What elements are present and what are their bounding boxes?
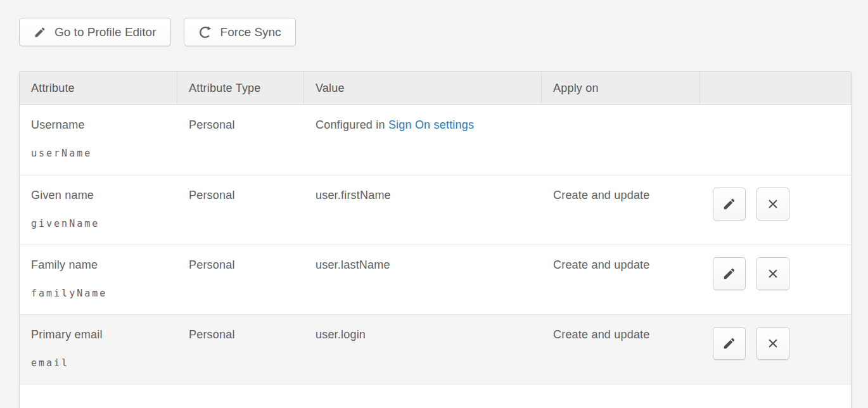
attribute-cell: Given name givenName	[20, 175, 177, 245]
toolbar: Go to Profile Editor Force Sync	[0, 0, 868, 46]
edit-attribute-button[interactable]	[713, 327, 746, 360]
attribute-name: email	[31, 357, 166, 369]
apply-on-cell	[542, 105, 700, 175]
go-to-profile-editor-button[interactable]: Go to Profile Editor	[19, 18, 171, 46]
apply-on-cell: Create and update	[542, 245, 700, 314]
value-text: user.login	[316, 328, 366, 341]
sign-on-settings-link[interactable]: Sign On settings	[388, 118, 474, 131]
attribute-name: givenName	[31, 218, 166, 229]
value-text: Configured in	[316, 118, 388, 131]
column-header-actions	[700, 72, 851, 105]
column-header-apply-on: Apply on	[542, 72, 700, 105]
close-icon	[766, 197, 780, 211]
attribute-mappings-table: Attribute Attribute Type Value Apply on …	[19, 71, 852, 408]
remove-attribute-button[interactable]	[756, 327, 789, 360]
column-header-attribute-type: Attribute Type	[177, 72, 304, 105]
attribute-label: Username	[31, 118, 166, 132]
actions-cell	[700, 175, 851, 245]
go-to-profile-editor-label: Go to Profile Editor	[54, 25, 156, 39]
attribute-type-cell: Personal	[177, 245, 304, 314]
attribute-type-cell: Personal	[177, 175, 304, 245]
remove-attribute-button[interactable]	[756, 188, 789, 220]
table-row: Family name familyName Personal user.las…	[20, 245, 851, 314]
refresh-icon	[198, 25, 212, 39]
pencil-icon	[34, 26, 46, 39]
actions-cell	[700, 245, 851, 314]
table-body: Username userName Personal Configured in…	[20, 105, 851, 384]
attribute-cell: Primary email email	[20, 315, 177, 384]
attribute-cell: Family name familyName	[20, 245, 177, 314]
attribute-label: Family name	[31, 258, 166, 272]
value-cell: user.login	[304, 315, 542, 384]
pencil-icon	[722, 336, 736, 350]
force-sync-label: Force Sync	[220, 25, 281, 39]
table-header: Attribute Attribute Type Value Apply on	[20, 72, 851, 105]
attribute-type-cell: Personal	[177, 315, 304, 384]
edit-attribute-button[interactable]	[713, 257, 746, 290]
apply-on-cell: Create and update	[542, 315, 700, 384]
force-sync-button[interactable]: Force Sync	[184, 18, 296, 46]
value-text: user.lastName	[316, 258, 390, 271]
table-row: Username userName Personal Configured in…	[20, 105, 851, 175]
remove-attribute-button[interactable]	[756, 257, 789, 290]
pencil-icon	[722, 197, 736, 211]
value-text: user.firstName	[316, 189, 391, 201]
table-row-empty	[20, 384, 851, 408]
close-icon	[766, 336, 780, 350]
table-row: Given name givenName Personal user.first…	[20, 175, 851, 245]
actions-cell	[700, 315, 851, 384]
actions-cell	[700, 105, 851, 175]
attribute-cell: Username userName	[20, 105, 177, 175]
edit-attribute-button[interactable]	[713, 188, 746, 220]
table-row: Primary email email Personal user.login …	[20, 314, 851, 384]
column-header-value: Value	[304, 72, 542, 105]
attribute-type-cell: Personal	[177, 105, 304, 175]
attribute-name: familyName	[31, 288, 166, 299]
close-icon	[766, 267, 780, 281]
value-cell: Configured in Sign On settings	[304, 105, 542, 175]
pencil-icon	[722, 267, 736, 281]
attribute-name: userName	[31, 148, 166, 159]
apply-on-cell: Create and update	[542, 175, 700, 245]
attribute-label: Primary email	[31, 328, 166, 341]
column-header-attribute: Attribute	[20, 72, 177, 105]
attribute-label: Given name	[31, 189, 166, 202]
value-cell: user.lastName	[304, 245, 542, 314]
value-cell: user.firstName	[304, 175, 542, 245]
